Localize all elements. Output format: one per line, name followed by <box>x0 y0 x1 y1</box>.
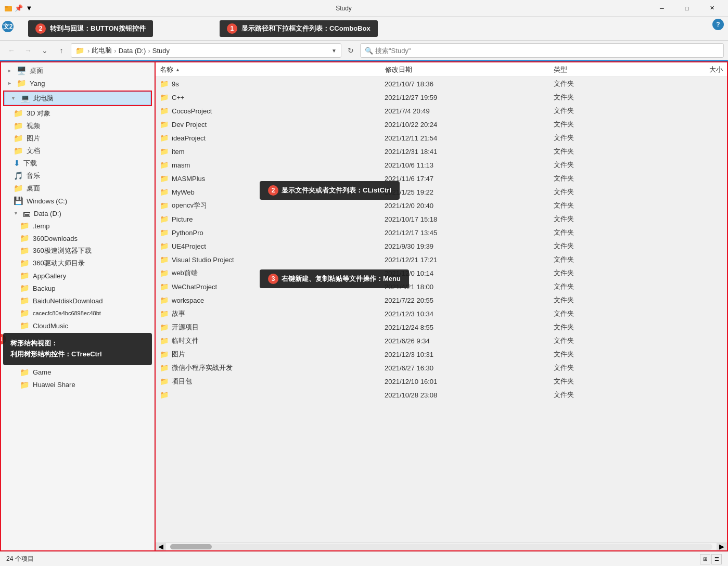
file-name: workspace <box>172 297 204 304</box>
file-list-scroll[interactable]: 📁 9s 2021/10/7 18:36 文件夹 📁 C++ 2021/12/2… <box>156 77 727 542</box>
col-header-name[interactable]: 名称 ▲ <box>160 65 385 74</box>
sidebar-item-temp[interactable]: 📁 .temp <box>1 220 154 232</box>
forward-button[interactable]: → <box>21 43 35 58</box>
table-row[interactable]: 📁 workspace 2021/7/22 20:55 文件夹 <box>156 293 727 307</box>
file-folder-icon: 📁 <box>160 323 169 331</box>
sidebar-label: BaiduNetdiskDownload <box>33 297 103 305</box>
table-row[interactable]: 📁 Visual Studio Project 2021/12/21 17:21… <box>156 253 727 266</box>
file-name: 临时文件 <box>172 336 199 345</box>
sidebar-item-desktop2[interactable]: 📁 桌面 <box>1 182 154 195</box>
search-input[interactable] <box>375 47 719 55</box>
table-row[interactable]: 📁 Picture 2021/10/17 15:18 文件夹 <box>156 212 727 226</box>
sidebar-label: cacecfc80a4bc6898ec48bt <box>33 310 101 316</box>
sidebar-item-appgallery[interactable]: 📁 AppGallery <box>1 269 154 282</box>
horizontal-scrollbar[interactable]: ◀ ▶ <box>156 542 727 550</box>
sidebar-item-music[interactable]: 🎵 音乐 <box>1 170 154 182</box>
file-name: Visual Studio Project <box>172 256 234 264</box>
col-header-type[interactable]: 类型 <box>554 65 666 74</box>
file-type: 文件夹 <box>554 201 665 210</box>
table-row[interactable]: 📁 微信小程序实战开发 2021/6/27 16:30 文件夹 <box>156 361 727 375</box>
table-row[interactable]: 📁 开源项目 2021/12/24 8:55 文件夹 <box>156 320 727 334</box>
sidebar-item-data-d[interactable]: ▼ 🖴 Data (D:) <box>1 207 154 220</box>
file-name-cell: 📁 opencv学习 <box>160 201 382 210</box>
scroll-track[interactable] <box>170 544 712 550</box>
file-name: WeChatProject <box>172 283 217 291</box>
table-row[interactable]: 📁 图片 2021/12/3 10:31 文件夹 <box>156 348 727 361</box>
sidebar-item-cloudmusic[interactable]: 📁 CloudMusic <box>1 319 154 332</box>
file-folder-icon: 📁 <box>160 215 169 223</box>
file-name: UE4Project <box>172 242 206 250</box>
table-row[interactable]: 📁 WeChatProject 2021/4/21 18:00 文件夹 <box>156 280 727 293</box>
table-row[interactable]: 📁 故事 2021/12/3 10:34 文件夹 <box>156 307 727 320</box>
sidebar-item-video[interactable]: 📁 视频 <box>1 120 154 132</box>
file-type: 文件夹 <box>554 133 665 143</box>
status-bar: 24 个项目 ⊞ ☰ <box>0 551 728 566</box>
table-row[interactable]: 📁 9s 2021/10/7 18:36 文件夹 <box>156 77 727 91</box>
table-row[interactable]: 📁 2021/10/28 23:08 文件夹 <box>156 388 727 402</box>
scroll-thumb[interactable] <box>170 544 212 549</box>
sidebar-item-docs[interactable]: 📁 文档 <box>1 145 154 157</box>
back-button[interactable]: ← <box>4 43 19 58</box>
title-bar: 📌 ▼ Study ─ □ ✕ <box>0 0 728 17</box>
close-button[interactable]: ✕ <box>700 0 724 17</box>
sidebar-item-windows-c[interactable]: 💾 Windows (C:) <box>1 195 154 207</box>
table-row[interactable]: 📁 CocosProject 2021/7/4 20:49 文件夹 <box>156 104 727 118</box>
col-header-date[interactable]: 修改日期 <box>385 65 554 74</box>
sidebar-item-this-pc[interactable]: ▼ 💻 此电脑 <box>4 92 151 105</box>
file-date: 2021/12/31 18:41 <box>385 148 552 156</box>
sidebar-item-huawei[interactable]: 📁 Huawei Share <box>1 379 154 391</box>
table-row[interactable]: 📁 web前端 2021/12/0 10:14 文件夹 <box>156 266 727 280</box>
sidebar-item-game[interactable]: 📁 Game <box>1 366 154 379</box>
table-row[interactable]: 📁 C++ 2021/12/27 19:59 文件夹 <box>156 91 727 104</box>
annotation-tree-view: 树形结构视图： 利用树形结构控件：CTreeCtrl <box>3 333 152 365</box>
minimize-button[interactable]: ─ <box>650 0 674 17</box>
folder-icon: 📁 <box>20 321 30 330</box>
grid-view-button[interactable]: ⊞ <box>700 554 710 564</box>
sidebar-item-baidu[interactable]: 📁 BaiduNetdiskDownload <box>1 294 154 307</box>
sidebar-item-360browser[interactable]: 📁 360极速浏览器下载 <box>1 245 154 257</box>
scroll-left-btn[interactable]: ◀ <box>156 543 166 550</box>
refresh-button[interactable]: ↻ <box>343 43 358 58</box>
file-name: 微信小程序实战开发 <box>172 363 233 372</box>
maximize-button[interactable]: □ <box>675 0 699 17</box>
table-row[interactable]: 📁 masm 2021/10/6 11:13 文件夹 <box>156 158 727 172</box>
item-count: 24 个项目 <box>6 555 34 563</box>
table-row[interactable]: 📁 item 2021/12/31 18:41 文件夹 <box>156 145 727 158</box>
table-row[interactable]: 📁 MASMPlus 2021/11/6 17:47 文件夹 <box>156 172 727 185</box>
sidebar-item-backup[interactable]: 📁 Backup <box>1 282 154 294</box>
sidebar-item-desktop-top[interactable]: ► 🖥️ 桌面 <box>1 65 154 77</box>
file-date: 2021/9/30 19:39 <box>385 242 552 250</box>
table-row[interactable]: 📁 Dev Project 2021/10/22 20:24 文件夹 <box>156 118 727 131</box>
title-bar-icons: 📌 ▼ <box>4 4 33 12</box>
window-title: Study <box>37 5 650 12</box>
download-icon: ⬇ <box>14 159 20 168</box>
sidebar-item-360driver[interactable]: 📁 360驱动大师目录 <box>1 257 154 269</box>
search-box[interactable]: 🔍 <box>360 43 724 58</box>
table-row[interactable]: 📁 opencv学习 2021/12/0 20:40 文件夹 <box>156 199 727 212</box>
sidebar-item-3d[interactable]: 📁 3D 对象 <box>1 107 154 120</box>
table-row[interactable]: 📁 PythonPro 2021/12/17 13:45 文件夹 <box>156 226 727 239</box>
file-type: 文件夹 <box>554 241 665 251</box>
this-pc-selection-box: ▼ 💻 此电脑 <box>3 91 152 106</box>
sidebar-item-360downloads[interactable]: 📁 360Downloads <box>1 232 154 245</box>
up-button[interactable]: ↑ <box>54 43 69 58</box>
table-row[interactable]: 📁 UE4Project 2021/9/30 19:39 文件夹 <box>156 239 727 253</box>
address-path[interactable]: 📁 › 此电脑 › Data (D:) › Study ▼ <box>71 43 341 58</box>
table-row[interactable]: 📁 MyWeb 2021/1/25 19:22 文件夹 <box>156 185 727 199</box>
sidebar-item-yang[interactable]: ► 📁 Yang <box>1 77 154 89</box>
path-dropdown-arrow[interactable]: ▼ <box>331 48 337 54</box>
scroll-right-btn[interactable]: ▶ <box>717 543 727 550</box>
recent-locations-button[interactable]: ⌄ <box>37 43 52 58</box>
list-view-button[interactable]: ☰ <box>711 554 722 564</box>
sidebar-item-cache[interactable]: 📁 cacecfc80a4bc6898ec48bt <box>1 307 154 319</box>
file-date: 2021/10/6 11:13 <box>385 161 552 169</box>
table-row[interactable]: 📁 项目包 2021/12/10 16:01 文件夹 <box>156 375 727 388</box>
file-date: 2021/12/0 10:14 <box>385 269 552 277</box>
table-row[interactable]: 📁 临时文件 2021/6/26 9:34 文件夹 <box>156 334 727 348</box>
file-date: 2021/12/3 10:34 <box>385 310 552 318</box>
sidebar-item-pictures[interactable]: 📁 图片 <box>1 132 154 145</box>
col-header-size[interactable]: 大小 <box>667 65 723 74</box>
sidebar-item-downloads[interactable]: ⬇ 下载 <box>1 157 154 170</box>
file-date: 2021/12/11 21:54 <box>385 134 552 142</box>
table-row[interactable]: 📁 ideaProject 2021/12/11 21:54 文件夹 <box>156 131 727 145</box>
